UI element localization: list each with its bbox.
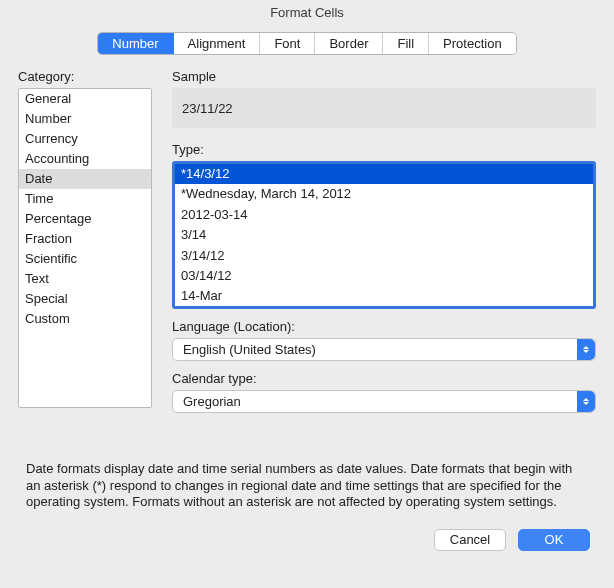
calendar-select[interactable]: Gregorian [172, 390, 596, 413]
calendar-value: Gregorian [183, 394, 241, 409]
type-item[interactable]: 2012-03-14 [175, 205, 593, 225]
category-item[interactable]: Custom [19, 309, 151, 329]
calendar-label: Calendar type: [172, 371, 596, 386]
category-list[interactable]: GeneralNumberCurrencyAccountingDateTimeP… [18, 88, 152, 408]
category-item[interactable]: Fraction [19, 229, 151, 249]
language-value: English (United States) [183, 342, 316, 357]
sample-label: Sample [172, 69, 596, 84]
type-label: Type: [172, 142, 596, 157]
type-item[interactable]: *14/3/12 [175, 164, 593, 184]
stepper-icon [577, 391, 595, 412]
type-item[interactable]: 3/14 [175, 225, 593, 245]
dialog-body: NumberAlignmentFontBorderFillProtection … [0, 32, 614, 551]
tab-border[interactable]: Border [315, 33, 383, 54]
tab-alignment[interactable]: Alignment [174, 33, 261, 54]
cancel-button[interactable]: Cancel [434, 529, 506, 551]
tab-protection[interactable]: Protection [429, 33, 516, 54]
language-select[interactable]: English (United States) [172, 338, 596, 361]
dialog-buttons: Cancel OK [18, 529, 596, 551]
category-label: Category: [18, 69, 158, 84]
category-item[interactable]: Text [19, 269, 151, 289]
stepper-icon [577, 339, 595, 360]
category-item[interactable]: Date [19, 169, 151, 189]
category-item[interactable]: Accounting [19, 149, 151, 169]
category-item[interactable]: General [19, 89, 151, 109]
tab-number[interactable]: Number [98, 33, 173, 54]
category-item[interactable]: Number [19, 109, 151, 129]
tab-fill[interactable]: Fill [383, 33, 429, 54]
type-item[interactable]: *Wednesday, March 14, 2012 [175, 184, 593, 204]
type-item[interactable]: 3/14/12 [175, 246, 593, 266]
type-item[interactable]: 14-Mar [175, 286, 593, 306]
category-item[interactable]: Special [19, 289, 151, 309]
description-text: Date formats display date and time seria… [18, 461, 596, 511]
category-item[interactable]: Scientific [19, 249, 151, 269]
type-list[interactable]: *14/3/12*Wednesday, March 14, 20122012-0… [172, 161, 596, 309]
tab-bar: NumberAlignmentFontBorderFillProtection [18, 32, 596, 55]
category-item[interactable]: Currency [19, 129, 151, 149]
type-item[interactable]: 03/14/12 [175, 266, 593, 286]
window-title: Format Cells [0, 0, 614, 26]
sample-value: 23/11/22 [172, 88, 596, 128]
language-label: Language (Location): [172, 319, 596, 334]
ok-button[interactable]: OK [518, 529, 590, 551]
type-item[interactable]: 14-Mar-12 [175, 307, 593, 309]
tab-font[interactable]: Font [260, 33, 315, 54]
category-item[interactable]: Time [19, 189, 151, 209]
category-item[interactable]: Percentage [19, 209, 151, 229]
